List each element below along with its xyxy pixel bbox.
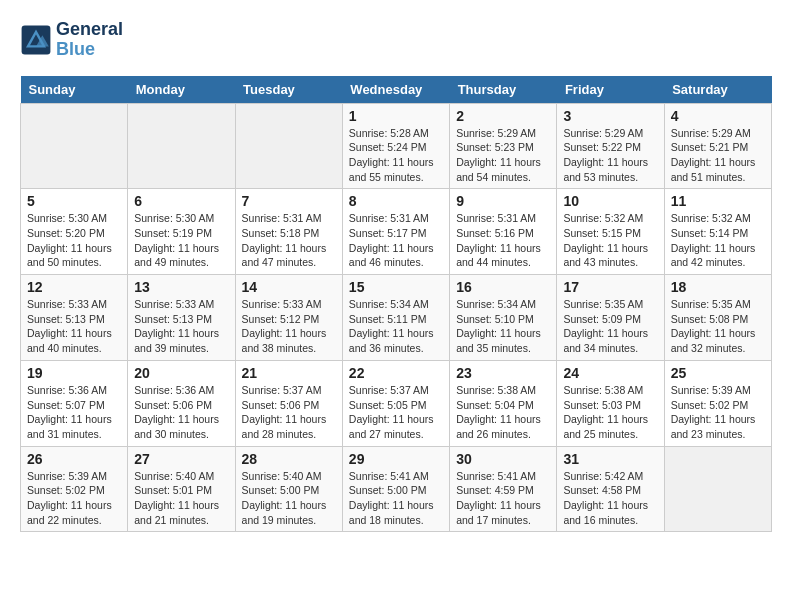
day-info: Sunrise: 5:29 AMSunset: 5:21 PMDaylight:…	[671, 126, 765, 185]
calendar-cell	[235, 103, 342, 189]
day-number: 31	[563, 451, 657, 467]
calendar-cell: 12Sunrise: 5:33 AMSunset: 5:13 PMDayligh…	[21, 275, 128, 361]
day-info: Sunrise: 5:37 AMSunset: 5:06 PMDaylight:…	[242, 383, 336, 442]
calendar-cell: 19Sunrise: 5:36 AMSunset: 5:07 PMDayligh…	[21, 360, 128, 446]
day-info: Sunrise: 5:32 AMSunset: 5:15 PMDaylight:…	[563, 211, 657, 270]
calendar-cell	[128, 103, 235, 189]
day-number: 13	[134, 279, 228, 295]
day-number: 2	[456, 108, 550, 124]
day-info: Sunrise: 5:36 AMSunset: 5:06 PMDaylight:…	[134, 383, 228, 442]
day-number: 28	[242, 451, 336, 467]
day-number: 10	[563, 193, 657, 209]
calendar-cell: 14Sunrise: 5:33 AMSunset: 5:12 PMDayligh…	[235, 275, 342, 361]
calendar-cell: 27Sunrise: 5:40 AMSunset: 5:01 PMDayligh…	[128, 446, 235, 532]
day-number: 20	[134, 365, 228, 381]
day-number: 9	[456, 193, 550, 209]
calendar-cell: 6Sunrise: 5:30 AMSunset: 5:19 PMDaylight…	[128, 189, 235, 275]
calendar-cell: 31Sunrise: 5:42 AMSunset: 4:58 PMDayligh…	[557, 446, 664, 532]
weekday-header-saturday: Saturday	[664, 76, 771, 104]
day-number: 14	[242, 279, 336, 295]
calendar-cell: 25Sunrise: 5:39 AMSunset: 5:02 PMDayligh…	[664, 360, 771, 446]
calendar-cell: 23Sunrise: 5:38 AMSunset: 5:04 PMDayligh…	[450, 360, 557, 446]
day-number: 5	[27, 193, 121, 209]
day-info: Sunrise: 5:38 AMSunset: 5:03 PMDaylight:…	[563, 383, 657, 442]
weekday-header-friday: Friday	[557, 76, 664, 104]
calendar-cell: 26Sunrise: 5:39 AMSunset: 5:02 PMDayligh…	[21, 446, 128, 532]
day-info: Sunrise: 5:41 AMSunset: 5:00 PMDaylight:…	[349, 469, 443, 528]
calendar-cell: 2Sunrise: 5:29 AMSunset: 5:23 PMDaylight…	[450, 103, 557, 189]
day-number: 1	[349, 108, 443, 124]
calendar-cell: 7Sunrise: 5:31 AMSunset: 5:18 PMDaylight…	[235, 189, 342, 275]
calendar-cell: 18Sunrise: 5:35 AMSunset: 5:08 PMDayligh…	[664, 275, 771, 361]
day-info: Sunrise: 5:31 AMSunset: 5:17 PMDaylight:…	[349, 211, 443, 270]
day-info: Sunrise: 5:32 AMSunset: 5:14 PMDaylight:…	[671, 211, 765, 270]
calendar-cell: 10Sunrise: 5:32 AMSunset: 5:15 PMDayligh…	[557, 189, 664, 275]
day-number: 12	[27, 279, 121, 295]
calendar-week-row: 5Sunrise: 5:30 AMSunset: 5:20 PMDaylight…	[21, 189, 772, 275]
calendar-cell: 15Sunrise: 5:34 AMSunset: 5:11 PMDayligh…	[342, 275, 449, 361]
calendar-cell: 28Sunrise: 5:40 AMSunset: 5:00 PMDayligh…	[235, 446, 342, 532]
logo: General Blue	[20, 20, 123, 60]
weekday-header-wednesday: Wednesday	[342, 76, 449, 104]
day-number: 16	[456, 279, 550, 295]
day-info: Sunrise: 5:39 AMSunset: 5:02 PMDaylight:…	[671, 383, 765, 442]
calendar-week-row: 26Sunrise: 5:39 AMSunset: 5:02 PMDayligh…	[21, 446, 772, 532]
day-info: Sunrise: 5:35 AMSunset: 5:08 PMDaylight:…	[671, 297, 765, 356]
calendar-cell: 1Sunrise: 5:28 AMSunset: 5:24 PMDaylight…	[342, 103, 449, 189]
day-number: 15	[349, 279, 443, 295]
calendar-week-row: 12Sunrise: 5:33 AMSunset: 5:13 PMDayligh…	[21, 275, 772, 361]
day-info: Sunrise: 5:30 AMSunset: 5:20 PMDaylight:…	[27, 211, 121, 270]
day-info: Sunrise: 5:37 AMSunset: 5:05 PMDaylight:…	[349, 383, 443, 442]
day-number: 29	[349, 451, 443, 467]
day-number: 8	[349, 193, 443, 209]
calendar-cell: 4Sunrise: 5:29 AMSunset: 5:21 PMDaylight…	[664, 103, 771, 189]
calendar-cell	[21, 103, 128, 189]
day-number: 26	[27, 451, 121, 467]
day-info: Sunrise: 5:40 AMSunset: 5:01 PMDaylight:…	[134, 469, 228, 528]
logo-text: General Blue	[56, 20, 123, 60]
day-number: 11	[671, 193, 765, 209]
day-number: 21	[242, 365, 336, 381]
day-info: Sunrise: 5:29 AMSunset: 5:23 PMDaylight:…	[456, 126, 550, 185]
day-number: 25	[671, 365, 765, 381]
day-info: Sunrise: 5:35 AMSunset: 5:09 PMDaylight:…	[563, 297, 657, 356]
day-info: Sunrise: 5:40 AMSunset: 5:00 PMDaylight:…	[242, 469, 336, 528]
day-number: 4	[671, 108, 765, 124]
day-info: Sunrise: 5:30 AMSunset: 5:19 PMDaylight:…	[134, 211, 228, 270]
day-info: Sunrise: 5:31 AMSunset: 5:18 PMDaylight:…	[242, 211, 336, 270]
calendar-cell: 16Sunrise: 5:34 AMSunset: 5:10 PMDayligh…	[450, 275, 557, 361]
calendar-table: SundayMondayTuesdayWednesdayThursdayFrid…	[20, 76, 772, 533]
day-number: 7	[242, 193, 336, 209]
calendar-cell	[664, 446, 771, 532]
day-info: Sunrise: 5:39 AMSunset: 5:02 PMDaylight:…	[27, 469, 121, 528]
day-info: Sunrise: 5:31 AMSunset: 5:16 PMDaylight:…	[456, 211, 550, 270]
weekday-header-monday: Monday	[128, 76, 235, 104]
calendar-cell: 13Sunrise: 5:33 AMSunset: 5:13 PMDayligh…	[128, 275, 235, 361]
day-info: Sunrise: 5:33 AMSunset: 5:12 PMDaylight:…	[242, 297, 336, 356]
calendar-cell: 5Sunrise: 5:30 AMSunset: 5:20 PMDaylight…	[21, 189, 128, 275]
day-number: 19	[27, 365, 121, 381]
day-number: 23	[456, 365, 550, 381]
day-info: Sunrise: 5:34 AMSunset: 5:11 PMDaylight:…	[349, 297, 443, 356]
calendar-cell: 20Sunrise: 5:36 AMSunset: 5:06 PMDayligh…	[128, 360, 235, 446]
day-info: Sunrise: 5:33 AMSunset: 5:13 PMDaylight:…	[134, 297, 228, 356]
day-number: 3	[563, 108, 657, 124]
calendar-cell: 29Sunrise: 5:41 AMSunset: 5:00 PMDayligh…	[342, 446, 449, 532]
day-number: 22	[349, 365, 443, 381]
day-info: Sunrise: 5:34 AMSunset: 5:10 PMDaylight:…	[456, 297, 550, 356]
day-info: Sunrise: 5:38 AMSunset: 5:04 PMDaylight:…	[456, 383, 550, 442]
calendar-cell: 8Sunrise: 5:31 AMSunset: 5:17 PMDaylight…	[342, 189, 449, 275]
logo-icon	[20, 24, 52, 56]
day-info: Sunrise: 5:42 AMSunset: 4:58 PMDaylight:…	[563, 469, 657, 528]
calendar-cell: 11Sunrise: 5:32 AMSunset: 5:14 PMDayligh…	[664, 189, 771, 275]
calendar-week-row: 1Sunrise: 5:28 AMSunset: 5:24 PMDaylight…	[21, 103, 772, 189]
weekday-header-sunday: Sunday	[21, 76, 128, 104]
calendar-cell: 24Sunrise: 5:38 AMSunset: 5:03 PMDayligh…	[557, 360, 664, 446]
day-info: Sunrise: 5:33 AMSunset: 5:13 PMDaylight:…	[27, 297, 121, 356]
day-number: 27	[134, 451, 228, 467]
calendar-cell: 22Sunrise: 5:37 AMSunset: 5:05 PMDayligh…	[342, 360, 449, 446]
page-header: General Blue	[20, 20, 772, 60]
day-number: 18	[671, 279, 765, 295]
calendar-header-row: SundayMondayTuesdayWednesdayThursdayFrid…	[21, 76, 772, 104]
calendar-cell: 9Sunrise: 5:31 AMSunset: 5:16 PMDaylight…	[450, 189, 557, 275]
